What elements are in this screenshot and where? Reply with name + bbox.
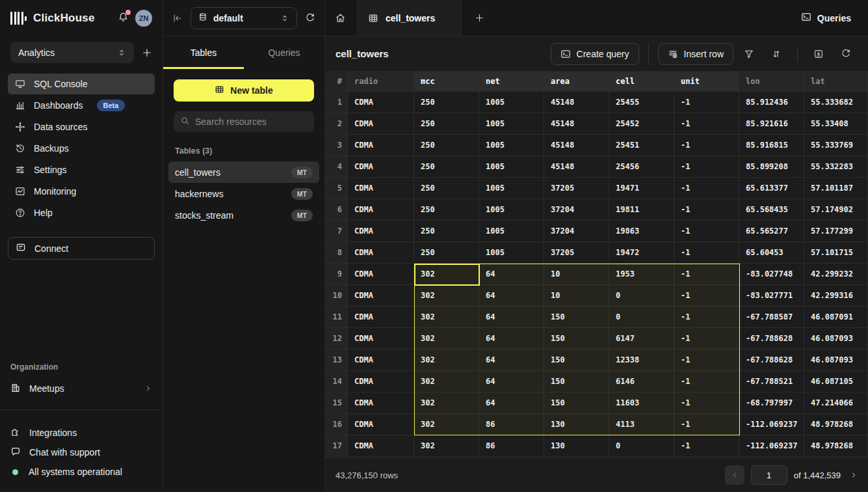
grid-cell-mcc[interactable]: 250	[414, 92, 479, 113]
grid-cell-unit[interactable]: -1	[674, 156, 739, 178]
grid-cell-cell[interactable]: 6147	[609, 328, 674, 349]
workspace-selector[interactable]: Analytics	[10, 42, 134, 63]
database-selector[interactable]: default	[191, 7, 297, 29]
grid-cell-net[interactable]: 86	[479, 435, 544, 457]
grid-cell-unit[interactable]: -1	[674, 113, 739, 135]
grid-cell-mcc[interactable]: 250	[414, 113, 479, 135]
add-service-button[interactable]	[142, 48, 152, 58]
grid-cell-unit[interactable]: -1	[674, 328, 739, 349]
grid-cell-radio[interactable]: CDMA	[348, 156, 414, 178]
column-header-cell[interactable]: cell	[609, 72, 674, 92]
grid-cell-mcc[interactable]: 250	[414, 221, 479, 242]
grid-cell-area[interactable]: 130	[544, 414, 609, 435]
grid-cell-lat[interactable]: 46.087091	[804, 307, 868, 328]
row-number[interactable]: 8	[325, 242, 348, 264]
grid-cell-net[interactable]: 1005	[479, 242, 544, 264]
grid-cell-area[interactable]: 45148	[544, 92, 609, 113]
grid-cell-net[interactable]: 64	[479, 349, 544, 371]
grid-cell-mcc[interactable]: 250	[414, 178, 479, 199]
grid-cell-area[interactable]: 150	[544, 392, 609, 414]
grid-cell-lon[interactable]: -112.069237	[739, 435, 804, 457]
grid-cell-mcc[interactable]: 302	[414, 371, 479, 392]
row-number[interactable]: 5	[325, 178, 348, 199]
home-button[interactable]	[325, 0, 356, 36]
grid-cell-mcc[interactable]: 302	[414, 414, 479, 435]
grid-cell-area[interactable]: 150	[544, 371, 609, 392]
new-table-button[interactable]: New table	[174, 79, 314, 102]
grid-cell-lon[interactable]: -83.027771	[739, 285, 804, 307]
grid-cell-net[interactable]: 64	[479, 285, 544, 307]
grid-cell-mcc[interactable]: 302	[414, 264, 479, 285]
row-number[interactable]: 10	[325, 285, 348, 307]
row-number[interactable]: 2	[325, 113, 348, 135]
row-number[interactable]: 7	[325, 221, 348, 242]
column-header-area[interactable]: area	[544, 72, 609, 92]
grid-cell-area[interactable]: 45148	[544, 113, 609, 135]
grid-cell-radio[interactable]: CDMA	[348, 113, 414, 135]
grid-cell-unit[interactable]: -1	[674, 414, 739, 435]
grid-cell-area[interactable]: 37205	[544, 178, 609, 199]
column-header-radio[interactable]: radio	[348, 72, 414, 92]
sidebar-item-integrations[interactable]: Integrations	[10, 423, 152, 443]
grid-cell-radio[interactable]: CDMA	[348, 199, 414, 221]
grid-cell-unit[interactable]: -1	[674, 178, 739, 199]
sidebar-item-monitoring[interactable]: Monitoring	[8, 181, 155, 202]
grid-cell-lat[interactable]: 57.177299	[804, 221, 868, 242]
row-number[interactable]: 12	[325, 328, 348, 349]
grid-cell-cell[interactable]: 19472	[609, 242, 674, 264]
grid-cell-mcc[interactable]: 302	[414, 285, 479, 307]
grid-cell-lat[interactable]: 46.087105	[804, 371, 868, 392]
grid-cell-net[interactable]: 1005	[479, 199, 544, 221]
grid-cell-unit[interactable]: -1	[674, 435, 739, 457]
grid-cell-net[interactable]: 64	[479, 264, 544, 285]
grid-cell-unit[interactable]: -1	[674, 307, 739, 328]
grid-cell-lat[interactable]: 55.332283	[804, 156, 868, 178]
grid-cell-area[interactable]: 37204	[544, 199, 609, 221]
grid-cell-lat[interactable]: 47.214066	[804, 392, 868, 414]
sidebar-item-data-sources[interactable]: Data sources	[8, 116, 155, 137]
grid-cell-lon[interactable]: -67.788628	[739, 349, 804, 371]
row-number[interactable]: 16	[325, 414, 348, 435]
grid-cell-net[interactable]: 64	[479, 328, 544, 349]
grid-cell-radio[interactable]: CDMA	[348, 392, 414, 414]
grid-cell-net[interactable]: 86	[479, 414, 544, 435]
grid-cell-radio[interactable]: CDMA	[348, 264, 414, 285]
grid-cell-net[interactable]: 64	[479, 371, 544, 392]
grid-cell-unit[interactable]: -1	[674, 135, 739, 156]
grid-cell-lon[interactable]: -83.027748	[739, 264, 804, 285]
grid-cell-lon[interactable]: 85.921616	[739, 113, 804, 135]
grid-cell-lat[interactable]: 57.101715	[804, 242, 868, 264]
grid-cell-mcc[interactable]: 250	[414, 135, 479, 156]
grid-cell-area[interactable]: 150	[544, 328, 609, 349]
grid-cell-area[interactable]: 150	[544, 349, 609, 371]
grid-cell-lat[interactable]: 55.333682	[804, 92, 868, 113]
sidebar-item-help[interactable]: Help	[8, 202, 155, 223]
grid-cell-lat[interactable]: 57.101187	[804, 178, 868, 199]
grid-cell-radio[interactable]: CDMA	[348, 221, 414, 242]
grid-cell-mcc[interactable]: 302	[414, 392, 479, 414]
grid-cell-area[interactable]: 130	[544, 435, 609, 457]
grid-cell-lon[interactable]: 85.912436	[739, 92, 804, 113]
grid-cell-radio[interactable]: CDMA	[348, 92, 414, 113]
refresh-tables-button[interactable]	[305, 13, 315, 23]
grid-cell-lon[interactable]: 65.568435	[739, 199, 804, 221]
grid-cell-area[interactable]: 45148	[544, 156, 609, 178]
row-number[interactable]: 1	[325, 92, 348, 113]
insert-row-button[interactable]: Insert row	[658, 43, 733, 65]
grid-cell-area[interactable]: 37205	[544, 242, 609, 264]
grid-cell-cell[interactable]: 4113	[609, 414, 674, 435]
grid-cell-unit[interactable]: -1	[674, 349, 739, 371]
grid-cell-lon[interactable]: -67.788587	[739, 307, 804, 328]
download-button[interactable]	[807, 44, 830, 64]
grid-cell-mcc[interactable]: 250	[414, 242, 479, 264]
table-list-item-cell-towers[interactable]: cell_towersMT	[168, 161, 319, 183]
grid-cell-net[interactable]: 64	[479, 392, 544, 414]
grid-cell-lon[interactable]: -68.797997	[739, 392, 804, 414]
filter-button[interactable]	[737, 44, 761, 64]
grid-cell-mcc[interactable]: 302	[414, 307, 479, 328]
grid-cell-unit[interactable]: -1	[674, 221, 739, 242]
grid-cell-lat[interactable]: 42.299232	[804, 264, 868, 285]
connect-button[interactable]: Connect	[8, 237, 155, 260]
grid-cell-radio[interactable]: CDMA	[348, 349, 414, 371]
sidebar-item-chat-with-support[interactable]: Chat with support	[10, 443, 152, 462]
